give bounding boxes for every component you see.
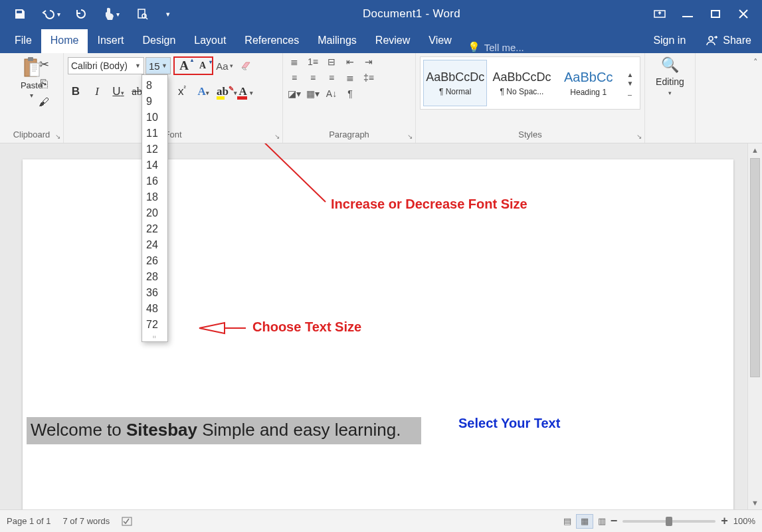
bullets-button[interactable]: ≣ (287, 56, 302, 67)
qat-touch-mode-button[interactable]: ▾ (100, 2, 124, 26)
font-size-option[interactable]: 36 (142, 285, 167, 301)
decrease-font-size-button[interactable]: A▾ (195, 60, 211, 71)
close-button[interactable] (731, 2, 755, 26)
italic-button[interactable]: I (89, 85, 105, 98)
tab-home[interactable]: Home (41, 29, 88, 53)
scroll-thumb[interactable] (750, 158, 760, 377)
tab-layout[interactable]: Layout (185, 29, 235, 53)
ribbon-display-options-button[interactable] (648, 2, 672, 26)
cut-button[interactable]: ✂ (39, 57, 49, 72)
justify-button[interactable]: ≣ (343, 72, 357, 83)
clipboard-launcher[interactable]: ↘ (55, 133, 60, 140)
underline-button[interactable]: U▾ (110, 85, 126, 98)
style-item[interactable]: AaBbCcHeading 1 (557, 60, 620, 106)
highlight-color-button[interactable]: ab✎▾ (217, 85, 233, 98)
tell-me-search[interactable]: 💡 Tell me... (461, 41, 531, 53)
styles-launcher[interactable]: ↘ (636, 133, 642, 140)
editing-menu[interactable]: 🔍 Editing ▾ (649, 56, 691, 96)
font-size-option[interactable]: 48 (142, 301, 167, 317)
zoom-in-button[interactable]: + (721, 514, 728, 528)
selected-text[interactable]: Welcome to Sitesbay Simple and easy lear… (27, 417, 421, 444)
collapse-ribbon-button[interactable]: ˄ (753, 57, 758, 67)
decrease-indent-button[interactable]: ⇤ (343, 56, 357, 67)
scroll-down-button[interactable]: ▼ (748, 496, 762, 509)
font-size-option[interactable]: 11 (142, 126, 167, 141)
zoom-out-button[interactable]: − (611, 514, 618, 528)
align-right-button[interactable]: ≡ (324, 72, 339, 83)
font-size-option[interactable]: 20 (142, 205, 167, 221)
minimize-button[interactable] (676, 2, 700, 26)
font-size-option[interactable]: 8 (142, 78, 167, 94)
zoom-level[interactable]: 100% (733, 516, 755, 526)
paragraph-launcher[interactable]: ↘ (407, 133, 413, 140)
font-size-option[interactable]: 24 (142, 237, 167, 253)
multilevel-list-button[interactable]: ⊟ (324, 56, 339, 67)
font-size-dropdown[interactable]: 891011121416182022242628364872⠶ (142, 74, 168, 342)
show-marks-button[interactable]: ¶ (343, 88, 357, 99)
font-size-option[interactable]: 72 (142, 317, 167, 333)
qat-undo-button[interactable]: ▾ (39, 2, 62, 26)
copy-button[interactable]: ⎘ (41, 77, 48, 91)
status-proofing[interactable] (122, 516, 135, 527)
font-size-option[interactable]: 22 (142, 221, 167, 237)
tab-references[interactable]: References (235, 29, 308, 53)
font-size-option[interactable]: 26 (142, 253, 167, 269)
tab-insert[interactable]: Insert (88, 29, 133, 53)
numbering-button[interactable]: 1≡ (306, 56, 320, 67)
tab-review[interactable]: Review (366, 29, 419, 53)
font-color-button[interactable]: A▾ (238, 85, 254, 98)
bold-button[interactable]: B (68, 85, 84, 98)
document-area[interactable]: Welcome to Sitesbay Simple and easy lear… (0, 143, 747, 509)
style-item[interactable]: AaBbCcDc¶ Normal (423, 60, 487, 106)
font-size-option[interactable]: 16 (142, 173, 167, 189)
clear-formatting-button[interactable] (236, 57, 256, 74)
shading-button[interactable]: ◪▾ (287, 88, 302, 99)
view-read-mode[interactable]: ▤ (559, 514, 576, 529)
maximize-button[interactable] (704, 2, 727, 26)
sort-button[interactable]: A↓ (324, 88, 339, 99)
tab-mailings[interactable]: Mailings (308, 29, 366, 53)
increase-font-size-button[interactable]: A▴ (176, 58, 192, 73)
text-effects-button[interactable]: A▾ (195, 85, 211, 98)
share-button[interactable]: Share (695, 28, 762, 53)
superscript-button[interactable]: x² (174, 84, 190, 98)
document-page[interactable]: Welcome to Sitesbay Simple and easy lear… (23, 159, 733, 509)
font-size-option[interactable]: 12 (142, 141, 167, 157)
format-painter-button[interactable]: 🖌 (39, 96, 49, 108)
tab-file[interactable]: File (5, 29, 41, 53)
qat-print-preview-button[interactable] (130, 2, 154, 26)
style-gallery[interactable]: AaBbCcDc¶ NormalAaBbCcDc¶ No Spac...AaBb… (420, 56, 640, 110)
font-size-option[interactable]: 28 (142, 269, 167, 285)
font-size-option[interactable]: 9 (142, 94, 167, 110)
styles-more-button[interactable]: ▲▼⎯ (623, 71, 637, 96)
status-page[interactable]: Page 1 of 1 (7, 516, 51, 526)
view-print-layout[interactable]: ▦ (576, 514, 593, 529)
font-name-combo[interactable]: Calibri (Body) ▼ (68, 57, 144, 74)
zoom-slider[interactable] (622, 520, 715, 523)
qat-repeat-button[interactable] (69, 2, 93, 26)
view-web-layout[interactable]: ▥ (593, 514, 611, 529)
tab-design[interactable]: Design (133, 29, 185, 53)
status-words[interactable]: 7 of 7 words (63, 516, 110, 526)
borders-button[interactable]: ▦▾ (306, 88, 320, 99)
increase-indent-button[interactable]: ⇥ (361, 56, 376, 67)
svg-rect-5 (28, 57, 33, 61)
font-size-option[interactable]: 10 (142, 110, 167, 126)
share-label: Share (723, 35, 751, 46)
line-spacing-button[interactable]: ‡≡ (361, 72, 376, 83)
scroll-up-button[interactable]: ▲ (748, 143, 762, 157)
font-size-option[interactable]: 14 (142, 157, 167, 173)
qat-save-button[interactable] (8, 2, 32, 26)
tab-view[interactable]: View (419, 29, 460, 53)
qat-customize-button[interactable]: ▾ (161, 2, 175, 26)
font-size-combo[interactable]: 15 ▼ (145, 57, 171, 74)
vertical-scrollbar[interactable]: ▲ ▼ (747, 143, 762, 509)
paste-button[interactable]: Paste ▾ (4, 56, 59, 99)
style-item[interactable]: AaBbCcDc¶ No Spac... (490, 60, 553, 106)
font-size-option[interactable]: 18 (142, 189, 167, 205)
sign-in-link[interactable]: Sign in (644, 28, 695, 53)
align-center-button[interactable]: ≡ (306, 72, 320, 83)
change-case-button[interactable]: Aa▾ (215, 57, 235, 74)
align-left-button[interactable]: ≡ (287, 72, 302, 83)
font-launcher[interactable]: ↘ (274, 133, 280, 140)
